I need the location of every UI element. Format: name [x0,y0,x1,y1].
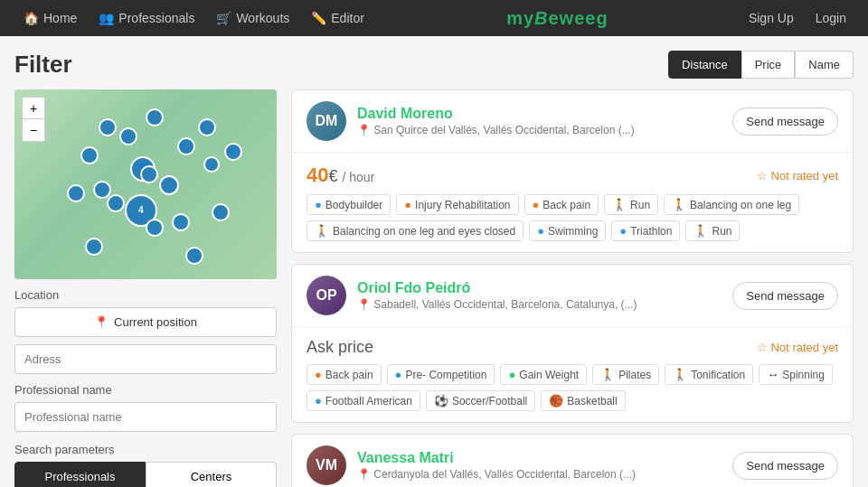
nav-left: 🏠 Home 👥 Professionals 🛒 Workouts ✏️ Edi… [14,0,373,36]
sort-header: Distance Price Name [291,51,854,79]
map-background: + − 👤 4 [14,89,277,279]
card-body-1: Ask price ☆ Not rated yet ●Back pain ●Pr… [292,327,853,422]
nav-professionals[interactable]: 👥 Professionals [90,0,203,36]
sort-name-button[interactable]: Name [795,51,854,79]
login-link[interactable]: Login [808,7,854,29]
map-zoom-in[interactable]: + [23,98,44,119]
main-layout: Filter + − 👤 4 [0,36,868,487]
map-pin [198,118,216,136]
professionals-toggle-button[interactable]: Professionals [14,462,146,487]
card-body-0: 40€ / hour ☆ Not rated yet ●Bodybuilder … [292,153,853,252]
card-header-left-2: VM Vanessa Matri 📍 Cerdanyola del Vallés… [307,445,636,485]
professionals-icon: 👥 [99,11,114,25]
rating-1: ☆ Not rated yet [757,341,838,354]
results-panel: Distance Price Name DM David Moreno 📍 Sa… [291,51,854,487]
map-pin [203,156,220,173]
tag-run-1: 🚶Run [604,194,658,215]
tag-soccer: ⚽Soccer/Football [426,390,535,411]
tag-football-american: ●Football American [307,390,420,411]
send-message-button-0[interactable]: Send message [732,108,838,136]
map-pin [172,213,190,231]
tag-pre-comp: ●Pre- Competition [387,364,495,385]
map-pin [177,137,195,155]
prof-name-1[interactable]: Oriol Fdo Peidró [357,280,637,296]
nav-home-label: Home [43,11,77,25]
professional-name-input[interactable] [14,402,277,432]
map-pin [119,127,137,145]
current-position-button[interactable]: 📍 Current position [14,307,277,337]
prof-name-2[interactable]: Vanessa Matri [357,450,636,466]
avatar-1: OP [307,276,346,315]
tag-back-pain-1: ●Back pain [307,364,382,385]
send-message-button-2[interactable]: Send message [732,452,838,480]
tag-balancing: 🚶Balancing on one leg [664,194,799,215]
tags-0: ●Bodybuilder ●Injury Rehabilitation ●Bac… [307,194,838,241]
address-input[interactable] [14,344,277,374]
price-row-1: Ask price ☆ Not rated yet [307,338,838,357]
price-0: 40€ / hour [307,164,374,187]
card-header-2: VM Vanessa Matri 📍 Cerdanyola del Vallés… [292,435,853,487]
map-pin [146,108,164,126]
location-section: Location 📍 Current position [14,288,277,374]
card-header-left-0: DM David Moreno 📍 San Quirce del Vallés,… [307,101,635,141]
tag-tonification: 🚶Tonification [665,364,753,385]
map-container[interactable]: + − 👤 4 [14,89,277,279]
tags-1: ●Back pain ●Pre- Competition ●Gain Weigh… [307,364,838,411]
nav-right: Sign Up Login [741,7,854,29]
search-params-label: Search parameters [14,443,277,456]
main-nav: 🏠 Home 👥 Professionals 🛒 Workouts ✏️ Edi… [0,0,868,36]
map-pin [99,118,117,136]
location-icon-0: 📍 [357,124,371,136]
card-header-1: OP Oriol Fdo Peidró 📍 Sabadell, Vallés O… [292,265,853,327]
sort-distance-button[interactable]: Distance [668,51,741,79]
nav-workouts-label: Workouts [236,11,289,25]
professional-card-0: DM David Moreno 📍 San Quirce del Vallés,… [291,89,854,253]
map-pin [80,146,99,164]
send-message-button-1[interactable]: Send message [732,282,838,310]
card-header-0: DM David Moreno 📍 San Quirce del Vallés,… [292,90,853,153]
tag-spinning: ↔Spinning [759,364,833,385]
search-params-toggle: Professionals Centers [14,462,277,487]
professional-name-label: Professional name [14,383,277,397]
tag-injury-rehab: ●Injury Rehabilitation [396,194,518,215]
nav-workouts[interactable]: 🛒 Workouts [207,0,298,36]
tag-bodybuilder: ●Bodybuilder [307,194,391,215]
rating-0: ☆ Not rated yet [757,169,838,183]
tag-triathlon: ●Triathlon [611,220,680,241]
tag-pilates: 🚶Pilates [592,364,659,385]
nav-home[interactable]: 🏠 Home [14,0,86,36]
ask-price-1: Ask price [307,338,373,357]
sort-price-button[interactable]: Price [741,51,796,79]
professional-card-1: OP Oriol Fdo Peidró 📍 Sabadell, Vallés O… [291,264,854,423]
tag-basketball: 🏀Basketball [541,390,625,411]
map-pin [107,194,125,212]
nav-editor-label: Editor [331,11,364,25]
tag-back-pain: ●Back pain [524,194,599,215]
card-header-left-1: OP Oriol Fdo Peidró 📍 Sabadell, Vallés O… [307,276,637,315]
map-zoom-out[interactable]: − [23,119,44,141]
site-logo: myBeweeg [373,8,741,29]
map-pin [85,238,103,256]
prof-location-2: 📍 Cerdanyola del Vallés, Vallés Occident… [357,468,636,481]
avatar-2: VM [307,445,346,485]
location-icon-1: 📍 [357,298,371,311]
prof-location-0: 📍 San Quirce del Vallés, Vallés Occident… [357,124,635,136]
price-row-0: 40€ / hour ☆ Not rated yet [307,164,838,187]
filter-panel: Filter + − 👤 4 [14,51,277,487]
nav-editor[interactable]: ✏️ Editor [302,0,373,36]
map-pin [140,165,158,183]
map-pin [224,143,242,161]
location-icon-2: 📍 [357,468,371,481]
tag-gain-weight: ●Gain Weight [500,364,587,385]
tag-balancing-eyes: 🚶Balancing on one leg and eyes closed [307,220,524,241]
map-controls: + − [22,97,45,142]
signup-link[interactable]: Sign Up [741,7,801,29]
workouts-icon: 🛒 [216,11,231,25]
centers-toggle-button[interactable]: Centers [146,462,277,487]
map-pin [212,203,230,221]
prof-name-0[interactable]: David Moreno [357,106,635,122]
map-pin [67,184,85,202]
avatar-0: DM [307,101,346,141]
home-icon: 🏠 [24,11,39,25]
nav-professionals-label: Professionals [118,11,194,25]
